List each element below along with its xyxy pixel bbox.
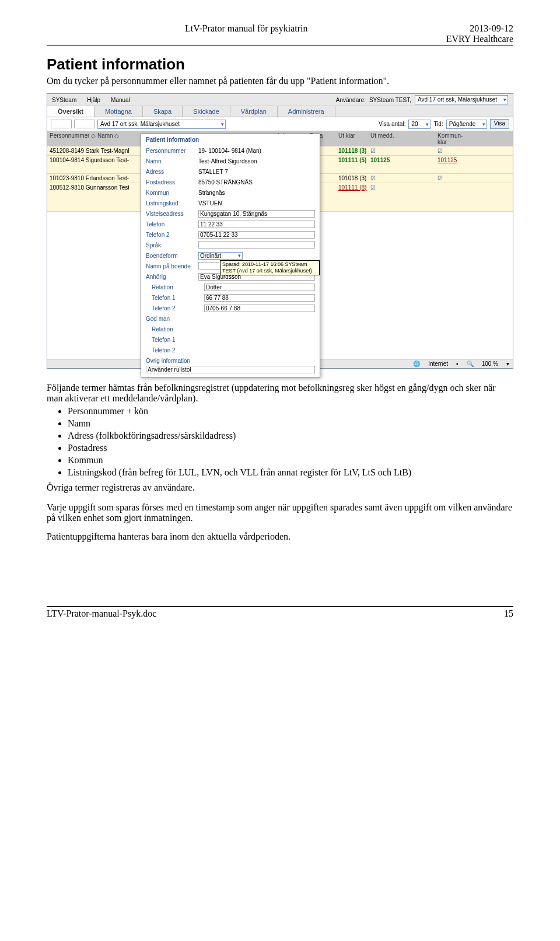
lbl-namn-boende: Namn på boende — [146, 263, 198, 270]
checkbox-icon[interactable]: ☑ — [435, 146, 470, 155]
user-label: Användare: — [336, 97, 366, 103]
chevron-down-icon[interactable]: ▾ — [506, 361, 509, 367]
cell-pn[interactable]: 100104-9814 Sigurdsson Test-Al — [47, 156, 129, 173]
filter-input-1[interactable] — [51, 120, 72, 128]
col-personnummer[interactable]: Personnummer ◇ Namn ◇ — [47, 131, 129, 146]
page-header: LtV-Prator manual för psykiatrin 2013-09… — [47, 23, 513, 46]
lbl-tel1: Telefon 1 — [146, 295, 204, 301]
lbl-adress: Adress — [146, 169, 198, 175]
tab-vardplan[interactable]: Vårdplan — [230, 106, 278, 117]
cell-utklar[interactable]: 101111 (5) — [336, 156, 368, 173]
lbl-postadress: Postadress — [146, 179, 198, 186]
lbl-relation: Relation — [146, 284, 204, 291]
checkbox-icon[interactable]: ☑ — [368, 183, 400, 211]
lbl-gm-relation: Relation — [146, 326, 204, 333]
header-org: EVRY Healthcare — [446, 34, 513, 44]
globe-icon: 🌐 — [413, 361, 420, 367]
list-item: Listningskod (från befreg för LUL, LVN, … — [68, 467, 513, 478]
visa-antal-select[interactable]: 20 — [408, 120, 430, 129]
tab-oversikt[interactable]: Översikt — [47, 106, 94, 117]
col-kommunklar: Kommun-klar — [435, 131, 470, 146]
lbl-kommun: Kommun — [146, 190, 198, 196]
tab-administrera[interactable]: Administrera — [278, 106, 335, 117]
lbl-sprak: Språk — [146, 242, 198, 249]
lbl-telefon: Telefon — [146, 221, 198, 228]
input-telefon[interactable]: 11 22 33 — [198, 221, 315, 228]
intro-text: Om du tycker på personnummer eller namne… — [47, 76, 513, 86]
lbl-gm-tel1: Telefon 1 — [146, 337, 204, 343]
header-right: 2013-09-12 EVRY Healthcare — [446, 23, 513, 44]
input-vistelseadress[interactable]: Kungsgatan 10, Stängnäs — [198, 210, 315, 218]
col-utmedd: Ut medd. — [368, 131, 400, 146]
lbl-tel2: Telefon 2 — [146, 305, 204, 312]
table-area: Personnummer ◇ Namn ◇ rdplan Extra Ut kl… — [47, 131, 513, 359]
lbl-personnummer: Personnummer — [146, 148, 198, 154]
checkbox-icon[interactable]: ☑ — [368, 146, 400, 155]
list-item: Kommun — [68, 455, 513, 466]
lbl-telefon2: Telefon 2 — [146, 232, 198, 238]
cell-pn[interactable]: 101023-9810 Erlandsson Test-A — [47, 174, 129, 183]
user-value: SYSteam TEST, — [369, 97, 411, 103]
app-screenshot: SYSteam Hjälp Manual Användare: SYSteam … — [47, 93, 513, 369]
cell-utklar[interactable]: 101118 (3) — [336, 146, 368, 155]
status-internet: Internet — [428, 361, 448, 367]
body-p1: Följande termer hämtas från befolkningsr… — [47, 383, 513, 404]
menu-help[interactable]: Hjälp — [87, 97, 100, 103]
checkbox-icon[interactable]: ☑ — [435, 174, 470, 183]
patient-info-popup: Patient information Personnummer19- 1001… — [141, 134, 320, 377]
lbl-gm-tel2: Telefon 2 — [146, 347, 204, 354]
unit-select-top[interactable]: Avd 17 ort ssk, Mälarsjukhuset — [415, 95, 508, 104]
input-tel2[interactable]: 0705-66 7 88 — [204, 305, 315, 312]
select-boendeform[interactable]: Ordinärt — [198, 252, 243, 260]
input-tel1[interactable]: 66 77 88 — [204, 294, 315, 302]
visa-button[interactable]: Visa — [490, 119, 509, 129]
input-telefon2[interactable]: 0705-11 22 33 — [198, 231, 315, 239]
col-utklar: Ut klar — [336, 131, 368, 146]
list-item: Personnummer + kön — [68, 406, 513, 417]
body-p2: Övriga termer registreras av användare. — [47, 482, 513, 493]
brand-label: SYSteam — [52, 97, 76, 103]
page-title: Patient information — [47, 55, 513, 74]
zoom-icon: 🔍 — [467, 361, 474, 367]
menu-manual[interactable]: Manual — [111, 97, 130, 103]
popup-title: Patient information — [146, 137, 315, 143]
lbl-listningskod: Listningskod — [146, 200, 198, 207]
cell-pn[interactable]: 100512-9810 Gunnarsson Test-K — [47, 183, 129, 211]
visa-antal-label: Visa antal: — [379, 121, 406, 127]
body-p3: Varje uppgift som sparas förses med en t… — [47, 502, 513, 523]
filter-row: Avd 17 ort ssk, Mälarsjukhuset Visa anta… — [47, 117, 513, 131]
lbl-namn: Namn — [146, 158, 198, 165]
lbl-ovrig: Övrig information — [146, 358, 198, 364]
list-item: Postadress — [68, 443, 513, 453]
input-relation[interactable]: Dotter — [204, 284, 315, 291]
filter-input-2[interactable] — [74, 120, 95, 128]
checkbox-icon[interactable]: ☑ — [368, 174, 400, 183]
lbl-godman: God man — [146, 316, 198, 322]
unit-select-filter[interactable]: Avd 17 ort ssk, Mälarsjukhuset — [97, 120, 226, 129]
menubar: SYSteam Hjälp Manual Användare: SYSteam … — [47, 94, 513, 106]
list-item: Namn — [68, 418, 513, 429]
bullet-list: Personnummer + kön Namn Adress (folkbokf… — [68, 406, 513, 478]
page-footer: LTV-Prator-manual-Psyk.doc 15 — [47, 606, 513, 619]
tid-label: Tid: — [433, 121, 443, 127]
tab-skapa[interactable]: Skapa — [143, 106, 183, 117]
footer-file: LTV-Prator-manual-Psyk.doc — [47, 608, 156, 619]
body-p4: Patientuppgifterna hanteras bara inom de… — [47, 531, 513, 542]
cell-utklar[interactable]: 101018 (3) — [336, 174, 368, 183]
footer-page: 15 — [504, 608, 513, 619]
input-sprak[interactable] — [198, 241, 315, 249]
header-title: LtV-Prator manual för psykiatrin — [47, 23, 446, 44]
tid-select[interactable]: Pågående — [446, 120, 487, 129]
tab-mottagna[interactable]: Mottagna — [94, 106, 143, 117]
lbl-boendeform: Boendeform — [146, 253, 198, 259]
header-date: 2013-09-12 — [446, 23, 513, 34]
cell-pn[interactable]: 451208-8149 Stark Test-Magnhild — [47, 146, 129, 155]
list-item: Adress (folkbokföringsadress/särskildadr… — [68, 431, 513, 441]
cell-utklar[interactable]: 101111 (8) — [336, 183, 368, 211]
input-ovrig[interactable]: Använder rullstol — [146, 366, 315, 373]
lbl-anhorig: Anhörig — [146, 274, 198, 280]
lbl-vistelseadress: Vistelseadress — [146, 211, 198, 217]
shield-icon: ▪︎ — [456, 361, 459, 367]
tab-bar: Översikt Mottagna Skapa Skickade Vårdpla… — [47, 106, 513, 117]
tab-skickade[interactable]: Skickade — [183, 106, 230, 117]
